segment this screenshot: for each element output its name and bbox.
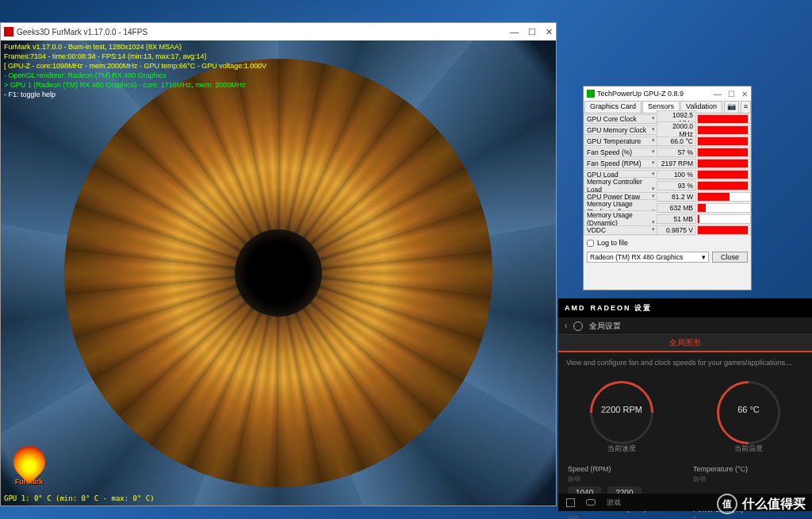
furmark-logo: FurMark <box>7 446 51 490</box>
amd-description: View and configure fan and clock speeds … <box>558 352 812 373</box>
globe-icon <box>573 321 583 331</box>
log-label: Log to file <box>597 239 628 247</box>
maximize-button[interactable]: ☐ <box>528 27 536 37</box>
watermark-text: 什么值得买 <box>742 496 806 513</box>
gpuz-log-row: Log to file <box>584 236 751 250</box>
watermark-icon: 值 <box>717 494 737 514</box>
gpuz-title-text: TechPowerUp GPU-Z 0.8.9 <box>597 90 684 98</box>
sensor-graph <box>697 225 751 235</box>
amd-nav: ‹ 全局设置 <box>558 317 812 335</box>
close-button[interactable]: ✕ <box>741 90 748 98</box>
furmark-titlebar[interactable]: Geeks3D FurMark v1.17.0.0 - 14FPS — ☐ ✕ <box>1 23 556 40</box>
sensor-graph <box>697 125 751 135</box>
furmark-viewport: FurMark v1.17.0.0 - Burn-in test, 1280x1… <box>1 40 556 506</box>
nav-game[interactable]: 游戏 <box>607 498 621 508</box>
amd-header[interactable]: AMDRADEON 设置 <box>558 298 812 317</box>
gpuz-titlebar[interactable]: TechPowerUp GPU-Z 0.8.9 — ☐ ✕ <box>584 86 751 101</box>
sensor-graph <box>697 159 751 168</box>
sensor-graph <box>697 214 751 224</box>
gpuz-window: TechPowerUp GPU-Z 0.8.9 — ☐ ✕ Graphics C… <box>583 86 752 290</box>
fan-speed-gauge: 2200 RPM 当前速度 <box>586 381 657 452</box>
sensor-graph <box>697 203 751 213</box>
amd-tab-global[interactable]: 全局图形 <box>558 335 812 352</box>
sensor-graph <box>697 114 751 124</box>
sensor-graph <box>697 136 751 146</box>
menu-icon[interactable]: ≡ <box>741 101 751 113</box>
furmark-icon <box>4 27 13 37</box>
game-icon[interactable] <box>586 499 596 506</box>
minimize-button[interactable]: — <box>714 90 722 98</box>
sensor-row: Memory Usage (Dynamic)51 MB <box>584 213 751 225</box>
tab-graphics-card[interactable]: Graphics Card <box>584 101 642 113</box>
sensor-graph <box>697 181 751 190</box>
furmark-window: Geeks3D FurMark v1.17.0.0 - 14FPS — ☐ ✕ … <box>0 22 557 506</box>
nav-title: 全局设置 <box>589 321 621 332</box>
sensor-row: Fan Speed (%)57 % <box>584 147 751 158</box>
close-button[interactable]: Close <box>712 252 748 263</box>
furmark-donut <box>64 59 492 487</box>
home-icon[interactable] <box>566 498 575 507</box>
sensor-row: Fan Speed (RPM)2197 RPM <box>584 158 751 169</box>
device-dropdown[interactable]: Radeon (TM) RX 480 Graphics <box>587 252 709 263</box>
close-button[interactable]: ✕ <box>546 27 553 37</box>
temperature-gauge: 66 °C 当前温度 <box>713 381 784 452</box>
furmark-overlay: FurMark v1.17.0.0 - Burn-in test, 1280x1… <box>4 42 266 99</box>
maximize-button[interactable]: ☐ <box>728 90 735 98</box>
furmark-gpu-status: GPU 1: 0° C (min: 0° C - max: 0° C) <box>4 494 155 502</box>
amd-logo: AMDRADEON 设置 <box>565 303 652 313</box>
sensor-list: GPU Core Clock1092.5 MHz GPU Memory Cloc… <box>584 113 751 236</box>
back-icon[interactable]: ‹ <box>565 321 567 330</box>
watermark: 值 什么值得买 <box>717 494 806 514</box>
furmark-title-text: Geeks3D FurMark v1.17.0.0 - 14FPS <box>17 28 147 37</box>
amd-radeon-window: AMDRADEON 设置 ‹ 全局设置 全局图形 View and config… <box>558 298 812 511</box>
sensor-graph <box>697 192 751 202</box>
sensor-graph <box>697 170 751 179</box>
screenshot-icon[interactable]: 📷 <box>724 101 739 113</box>
sensor-row: Memory Controller Load93 % <box>584 180 751 191</box>
amd-gauges: 2200 RPM 当前速度 66 °C 当前温度 <box>558 373 812 460</box>
log-checkbox[interactable] <box>587 240 594 247</box>
sensor-graph <box>697 148 751 157</box>
sensor-row: GPU Temperature66.0 °C <box>584 136 751 147</box>
sensor-row: GPU Memory Clock2000.0 MHz <box>584 125 751 136</box>
gpuz-icon <box>587 90 595 98</box>
minimize-button[interactable]: — <box>510 27 519 37</box>
sensor-row: VDDC0.9875 V <box>584 225 751 236</box>
